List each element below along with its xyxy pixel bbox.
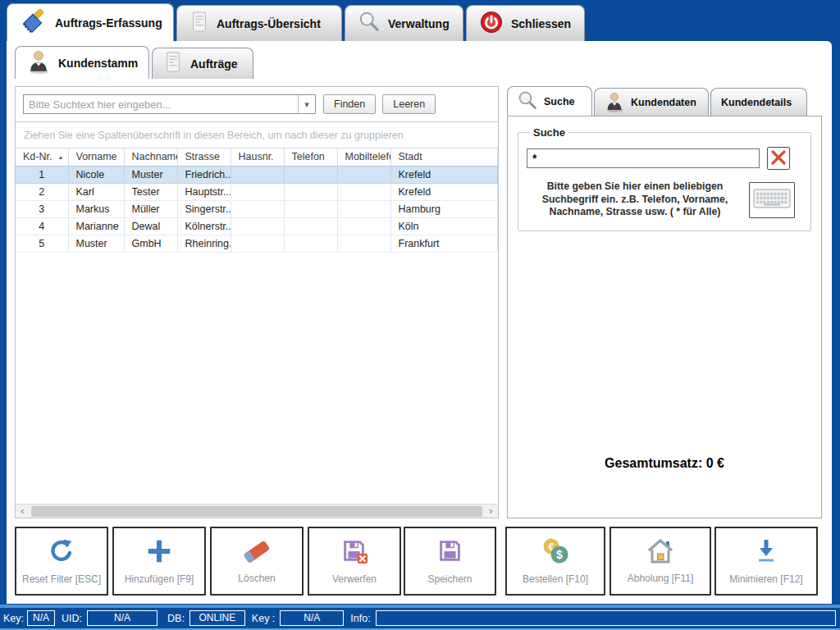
detail-tab-bar: Suche Kundendaten Kundendetails <box>507 86 807 116</box>
table-cell: Marianne <box>68 217 124 235</box>
customer-list-panel: ▾ Finden Leeren Ziehen Sie eine Spaltenü… <box>15 86 499 518</box>
table-header-row: Kd-Nr.▲VornameNachnameStrasseHausnr.Tele… <box>16 148 498 166</box>
order-entry-icon <box>21 9 47 36</box>
plus-icon <box>145 537 173 568</box>
tab-label: Suche <box>544 96 575 107</box>
magnifier-icon <box>358 11 380 35</box>
status-info-value <box>376 610 836 626</box>
status-key-label: Key: <box>3 613 24 624</box>
table-cell: Karl <box>68 183 124 200</box>
search-term-input[interactable] <box>527 148 760 168</box>
tab-label: Verwaltung <box>388 17 450 30</box>
chevron-down-icon[interactable]: ▾ <box>298 95 315 113</box>
delete-button[interactable]: Löschen <box>210 527 304 596</box>
table-cell: 5 <box>16 235 68 252</box>
search-hint-text: Bitte geben Sie hier einen beliebigen Su… <box>534 180 736 219</box>
reset-filter-button[interactable]: Reset Filter [ESC] <box>15 527 108 596</box>
table-cell <box>284 235 337 252</box>
customer-table: Kd-Nr.▲VornameNachnameStrasseHausnr.Tele… <box>16 148 498 253</box>
table-cell: Hamburg <box>390 200 498 217</box>
status-info-label: Info: <box>350 613 370 624</box>
tab-auftrags-erfassung[interactable]: Auftrags-Erfassung <box>7 3 174 41</box>
tab-verwaltung[interactable]: Verwaltung <box>345 5 463 41</box>
power-icon <box>480 11 503 36</box>
svg-text:$: $ <box>556 548 563 561</box>
table-row[interactable]: 4MarianneDewalKölnerstr....Köln <box>16 217 498 235</box>
order-button[interactable]: € $ Bestellen [F10] <box>505 527 605 596</box>
column-header[interactable]: Vorname <box>68 148 124 166</box>
table-cell: 2 <box>16 183 68 200</box>
table-cell: Köln <box>390 217 498 235</box>
discard-button[interactable]: Verwerfen <box>308 527 401 596</box>
column-header[interactable]: Mobiltelefon <box>337 148 390 166</box>
table-cell <box>231 235 284 252</box>
customer-table-body: 1NicoleMusterFriedrich...Krefeld2KarlTes… <box>16 166 498 252</box>
save-button[interactable]: Speichern <box>404 527 496 596</box>
keyboard-button[interactable] <box>749 182 795 218</box>
clear-search-button[interactable] <box>767 147 790 170</box>
tab-kundendaten[interactable]: Kundendaten <box>594 88 709 116</box>
person-icon <box>27 49 50 76</box>
column-header[interactable]: Nachname <box>124 148 177 166</box>
scroll-right-icon[interactable]: › <box>484 504 498 518</box>
group-by-hint: Ziehen Sie eine Spaltenüberschrift in di… <box>16 122 498 148</box>
column-header[interactable]: Stadt <box>390 148 498 166</box>
add-button[interactable]: Hinzufügen [F9] <box>112 527 206 596</box>
status-key2-label: Key : <box>252 613 276 624</box>
table-row[interactable]: 3MarkusMüllerSingerstr...Hamburg <box>16 200 498 217</box>
table-row[interactable]: 2KarlTesterHauptstr....Krefeld <box>16 183 498 200</box>
receipt-icon <box>164 51 182 76</box>
main-content: Kundenstamm Aufträge ▾ Finden Leer <box>7 41 832 604</box>
find-button[interactable]: Finden <box>323 94 376 114</box>
eraser-icon <box>240 538 273 567</box>
column-header[interactable]: Telefon <box>284 148 337 166</box>
table-cell <box>284 166 337 183</box>
sort-asc-icon: ▲ <box>58 154 64 160</box>
column-header[interactable]: Strasse <box>177 148 231 166</box>
table-cell: Dewal <box>124 217 177 235</box>
table-cell <box>231 217 284 235</box>
tab-auftrags-uebersicht[interactable]: Auftrags-Übersicht <box>176 5 342 41</box>
tab-label: Auftrags-Erfassung <box>55 16 162 30</box>
search-input[interactable] <box>24 95 298 113</box>
search-combobox[interactable]: ▾ <box>23 94 316 114</box>
table-cell: Frankfurt <box>390 235 498 252</box>
button-label: Hinzufügen [F9] <box>125 573 194 585</box>
main-tab-bar: Auftrags-Erfassung Auftrags-Übersicht Ve… <box>7 5 585 41</box>
tab-kundenstamm[interactable]: Kundenstamm <box>15 46 149 79</box>
tab-schliessen[interactable]: Schliessen <box>466 5 585 41</box>
button-label: Speichern <box>427 573 472 585</box>
table-cell: GmbH <box>124 235 177 252</box>
pickup-button[interactable]: Abholung [F11] <box>609 527 711 596</box>
magnifier-icon <box>518 91 537 113</box>
keyboard-icon <box>753 187 791 212</box>
scroll-left-icon[interactable]: ‹ <box>16 504 30 518</box>
save-icon <box>436 537 464 568</box>
table-row[interactable]: 1NicoleMusterFriedrich...Krefeld <box>16 166 498 183</box>
house-icon <box>645 538 676 567</box>
search-detail-panel: Suche Bitte geben Sie hier einen beliebi… <box>507 116 822 518</box>
column-header[interactable]: Hausnr. <box>231 148 284 166</box>
receipt-icon <box>190 11 208 36</box>
table-cell <box>284 200 337 217</box>
minimize-icon <box>752 537 780 568</box>
table-cell: Nicole <box>68 166 124 183</box>
tab-auftraege[interactable]: Aufträge <box>152 48 253 79</box>
table-cell <box>231 200 284 217</box>
red-x-icon <box>770 149 787 168</box>
search-groupbox: Suche Bitte geben Sie hier einen beliebi… <box>518 126 811 231</box>
table-cell: Singerstr... <box>177 200 231 217</box>
table-row[interactable]: 5MusterGmbHRheinring...Frankfurt <box>16 235 498 252</box>
minimize-button[interactable]: Minimieren [F12] <box>714 527 818 596</box>
scrollbar-thumb[interactable] <box>31 506 482 517</box>
tab-suche[interactable]: Suche <box>507 86 592 116</box>
tab-label: Auftrags-Übersicht <box>217 17 321 30</box>
tab-kundendetails[interactable]: Kundendetails <box>710 88 807 116</box>
column-header[interactable]: Kd-Nr.▲ <box>16 148 68 166</box>
horizontal-scrollbar[interactable]: ‹ › <box>16 504 498 518</box>
clear-button[interactable]: Leeren <box>382 94 436 114</box>
table-cell: Hauptstr.... <box>177 183 231 200</box>
table-cell <box>337 166 390 183</box>
table-cell <box>337 235 390 252</box>
button-label: Bestellen [F10] <box>523 573 588 585</box>
